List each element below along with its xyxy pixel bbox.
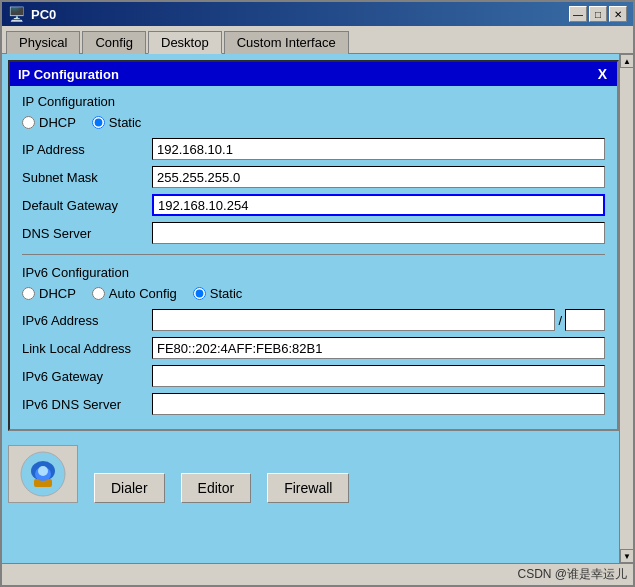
tab-desktop[interactable]: Desktop <box>148 31 222 54</box>
ipv6-dhcp-label: DHCP <box>39 286 76 301</box>
window-controls: — □ ✕ <box>569 6 627 22</box>
dhcp-radio[interactable] <box>22 116 35 129</box>
static-radio[interactable] <box>92 116 105 129</box>
tab-custom-interface[interactable]: Custom Interface <box>224 31 349 54</box>
section-divider <box>22 254 605 255</box>
status-bar: CSDN @谁是幸运儿 <box>2 563 633 585</box>
ipv6-auto-radio-label[interactable]: Auto Config <box>92 286 177 301</box>
window-icon: 🖥️ <box>8 6 25 22</box>
default-gateway-row: Default Gateway <box>22 194 605 216</box>
editor-button[interactable]: Editor <box>181 473 252 503</box>
ipv6-auto-radio[interactable] <box>92 287 105 300</box>
ipv6-gateway-row: IPv6 Gateway <box>22 365 605 387</box>
close-button[interactable]: ✕ <box>609 6 627 22</box>
minimize-button[interactable]: — <box>569 6 587 22</box>
ipv6-dns-server-row: IPv6 DNS Server <box>22 393 605 415</box>
dhcp-label: DHCP <box>39 115 76 130</box>
ip-config-header: IP Configuration X <box>10 62 617 86</box>
ip-config-panel: IP Configuration X IP Configuration DHCP… <box>8 60 619 431</box>
dialer-button[interactable]: Dialer <box>94 473 165 503</box>
ipv4-mode-row: DHCP Static <box>22 115 605 130</box>
ipv6-auto-label: Auto Config <box>109 286 177 301</box>
ipv6-dns-server-input[interactable] <box>152 393 605 415</box>
dns-server-label: DNS Server <box>22 226 152 241</box>
scroll-up-button[interactable]: ▲ <box>620 54 633 68</box>
bottom-toolbar: Dialer Editor Firewall <box>8 441 619 507</box>
ipv4-section-label: IP Configuration <box>22 94 605 109</box>
ip-address-row: IP Address <box>22 138 605 160</box>
pc-avatar <box>8 445 78 503</box>
ip-config-title: IP Configuration <box>18 67 119 82</box>
dns-server-input[interactable] <box>152 222 605 244</box>
static-label: Static <box>109 115 142 130</box>
ipv6-section-label: IPv6 Configuration <box>22 265 605 280</box>
ip-config-close[interactable]: X <box>596 66 609 82</box>
ipv6-address-input[interactable] <box>152 309 555 331</box>
ipv6-static-radio-label[interactable]: Static <box>193 286 243 301</box>
dns-server-row: DNS Server <box>22 222 605 244</box>
ipv6-gateway-input[interactable] <box>152 365 605 387</box>
ipv6-dns-server-label: IPv6 DNS Server <box>22 397 152 412</box>
static-radio-label[interactable]: Static <box>92 115 142 130</box>
link-local-address-input[interactable] <box>152 337 605 359</box>
ipv6-mode-row: DHCP Auto Config Static <box>22 286 605 301</box>
subnet-mask-label: Subnet Mask <box>22 170 152 185</box>
svg-point-4 <box>38 466 48 476</box>
link-local-address-label: Link Local Address <box>22 341 152 356</box>
scrollbar[interactable]: ▲ ▼ <box>619 54 633 563</box>
ip-address-label: IP Address <box>22 142 152 157</box>
status-text: CSDN @谁是幸运儿 <box>517 566 627 583</box>
tabs-bar: Physical Config Desktop Custom Interface <box>2 26 633 54</box>
ipv6-dhcp-radio-label[interactable]: DHCP <box>22 286 76 301</box>
ipv6-address-row: IPv6 Address / <box>22 309 605 331</box>
scroll-down-button[interactable]: ▼ <box>620 549 633 563</box>
title-bar: 🖥️ PC0 — □ ✕ <box>2 2 633 26</box>
subnet-mask-row: Subnet Mask <box>22 166 605 188</box>
tab-config[interactable]: Config <box>82 31 146 54</box>
ipv6-slash: / <box>555 313 565 328</box>
link-local-address-row: Link Local Address <box>22 337 605 359</box>
firewall-button[interactable]: Firewall <box>267 473 349 503</box>
default-gateway-label: Default Gateway <box>22 198 152 213</box>
ipv6-prefix-input[interactable] <box>565 309 605 331</box>
ipv6-dhcp-radio[interactable] <box>22 287 35 300</box>
content-area: IP Configuration X IP Configuration DHCP… <box>2 54 633 563</box>
ipv6-gateway-label: IPv6 Gateway <box>22 369 152 384</box>
ipv6-static-label: Static <box>210 286 243 301</box>
tab-physical[interactable]: Physical <box>6 31 80 54</box>
ipv6-static-radio[interactable] <box>193 287 206 300</box>
subnet-mask-input[interactable] <box>152 166 605 188</box>
dhcp-radio-label[interactable]: DHCP <box>22 115 76 130</box>
ip-address-input[interactable] <box>152 138 605 160</box>
default-gateway-input[interactable] <box>152 194 605 216</box>
scroll-track[interactable] <box>620 68 633 549</box>
window-title: PC0 <box>31 7 56 22</box>
restore-button[interactable]: □ <box>589 6 607 22</box>
pc-icon <box>18 449 68 499</box>
ipv6-address-label: IPv6 Address <box>22 313 152 328</box>
